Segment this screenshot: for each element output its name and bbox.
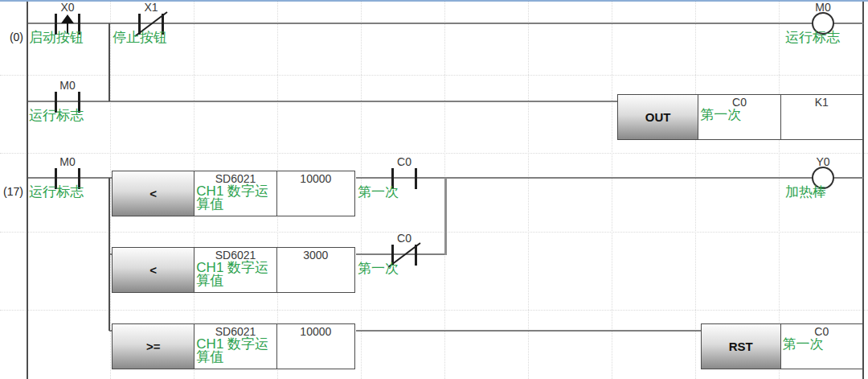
device-comment: 运行标志 [29,109,84,122]
selection-top-border [0,0,868,2]
device-label: M0 [815,2,830,13]
device-comment: 第一次 [700,109,778,122]
device-label: X1 [144,2,158,13]
device-label: Y0 [816,156,829,167]
operand-cell: C0 第一次 [698,95,780,139]
device-label: C0 [397,156,411,167]
contact-bar [415,168,417,189]
instruction-label: < [113,248,194,292]
ladder-diagram: (0) (17) X0 启动按钮 X1 停止按钮 M0 运行标志 M0 运行标志… [0,0,868,379]
grid-line [612,2,612,379]
device-comment: 第一次 [358,262,399,275]
grid-line [0,232,868,233]
operand-cell: 10000 [277,171,354,216]
instruction-label: < [113,171,194,216]
device-label: C0 [397,233,411,244]
operand-cell: SD6021 CH1 数字运算值 [194,248,276,292]
grid-line [528,2,529,379]
device-comment: 第一次 [358,185,399,199]
instruction-label: OUT [618,95,698,139]
left-power-rail [27,2,28,379]
operand-cell: C0 第一次 [781,324,862,369]
grid-line [0,310,868,311]
device-label: 10000 [277,324,354,338]
instruction-label: RST [702,324,781,369]
grid-line [0,75,868,76]
wire [28,101,617,102]
device-label: 3000 [277,248,354,262]
operand-cell: SD6021 CH1 数字运算值 [194,171,276,216]
step-number: (0) [0,31,23,43]
grid-line [110,2,111,379]
device-label: M0 [59,80,75,91]
compare-block-ge-10000[interactable]: >= SD6021 CH1 数字运算值 10000 [112,323,355,369]
device-comment: 第一次 [783,338,861,351]
grid-line [0,153,868,154]
operand-cell: K1 [781,95,862,139]
device-label: K1 [781,95,862,109]
device-comment: 停止按钮 [113,31,167,44]
wire [356,330,701,332]
right-power-rail [862,2,864,379]
compare-block-lt-10000[interactable]: < SD6021 CH1 数字运算值 10000 [112,171,355,216]
instruction-label: >= [113,324,194,369]
operand-cell: 3000 [277,248,354,292]
out-counter-block[interactable]: OUT C0 第一次 K1 [617,94,863,140]
device-comment: 运行标志 [29,185,84,199]
device-label: 10000 [277,171,354,185]
grid-line [779,2,780,379]
branch-wire [108,178,110,331]
device-comment: CH1 数字运算值 [196,338,274,364]
device-label: X0 [60,2,74,13]
device-label: M0 [59,156,75,167]
compare-block-lt-3000[interactable]: < SD6021 CH1 数字运算值 3000 [112,247,355,293]
wire [356,177,863,179]
operand-cell: SD6021 CH1 数字运算值 [194,324,276,369]
device-comment: 加热棒 [785,185,826,199]
branch-wire [444,178,447,255]
rst-block[interactable]: RST C0 第一次 [701,323,863,369]
operand-cell: 10000 [277,324,354,369]
device-comment: CH1 数字运算值 [196,262,274,287]
step-number: (17) [0,185,23,198]
device-comment: CH1 数字运算值 [196,185,274,211]
grid-line [695,2,696,379]
device-comment: 运行标志 [785,31,840,44]
device-comment: 启动按钮 [29,31,84,44]
branch-wire [108,23,110,101]
